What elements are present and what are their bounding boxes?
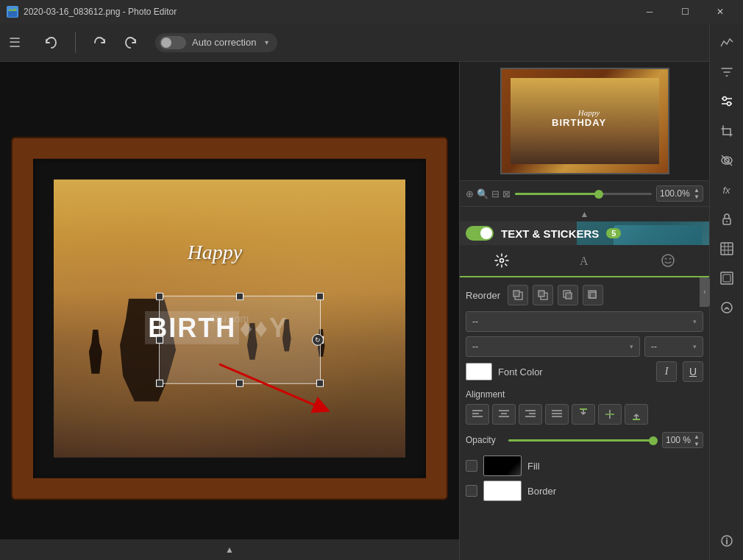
svg-text:A: A [580, 255, 589, 267]
redeye-icon[interactable] [714, 147, 740, 174]
side-expand-tab[interactable]: ‹ [700, 277, 710, 307]
handle-mid-left[interactable] [156, 336, 163, 344]
reorder-to-front[interactable] [508, 285, 528, 305]
align-justify-btn[interactable] [545, 404, 569, 425]
svg-rect-1 [8, 11, 17, 17]
lock-icon[interactable] [714, 206, 740, 233]
border-swatch[interactable] [483, 481, 522, 501]
autocorrect-arrow: ▾ [265, 38, 269, 46]
border-checkbox[interactable] [466, 485, 477, 497]
align-right-btn[interactable] [519, 404, 542, 425]
font-family-arrow: ▾ [693, 318, 697, 325]
canvas-bottom: ▲ [0, 539, 459, 560]
zoom-bar: ⊕ 🔍 ⊟ ⊠ 100.0% ▲ ▼ [460, 181, 709, 207]
opacity-label: Opacity [466, 435, 502, 445]
ai-icon[interactable] [714, 294, 740, 321]
zoom-grid-icon[interactable]: ⊟ [491, 188, 500, 199]
reorder-to-back[interactable] [583, 285, 603, 305]
zoom-down[interactable]: ▼ [694, 194, 700, 200]
font-color-row: Font Color I U [466, 361, 703, 382]
crop-icon[interactable] [714, 118, 740, 144]
texture-icon[interactable] [714, 235, 740, 262]
toolbar-separator [75, 32, 76, 53]
preview-area: Happy BIRTHDAY [460, 62, 709, 181]
zoom-fit-icon[interactable]: ⊕ [466, 188, 474, 199]
svg-rect-52 [723, 274, 730, 282]
handle-top-left[interactable] [156, 293, 163, 300]
canvas-area[interactable]: Happy BIRTH♦♦Y ©tu.com [0, 62, 459, 560]
zoom-select-icon[interactable]: ⊠ [502, 188, 511, 199]
info-icon[interactable] [714, 528, 740, 554]
effects-icon[interactable]: fx [714, 177, 740, 203]
preview-birthday: BIRTHDAY [552, 117, 606, 128]
opacity-slider-thumb[interactable] [649, 436, 658, 445]
preview-thumb: Happy BIRTHDAY [500, 68, 669, 174]
zoom-up[interactable]: ▲ [694, 188, 700, 194]
reorder-backward[interactable] [558, 285, 578, 305]
window-title: 2020-03-16_083612.png - Photo Editor [24, 7, 633, 17]
rotate-handle[interactable]: ↻ [312, 334, 324, 346]
align-center-btn[interactable] [492, 404, 516, 425]
redo-button[interactable] [118, 30, 143, 55]
undo-button[interactable] [38, 30, 63, 55]
svg-point-38 [722, 97, 726, 101]
handle-bot-right[interactable] [316, 380, 324, 387]
svg-rect-9 [538, 291, 544, 297]
hamburger-menu[interactable]: ☰ [9, 35, 21, 51]
handle-top-right[interactable] [316, 293, 324, 300]
handle-bot-left[interactable] [156, 380, 163, 387]
autocorrect-toggle[interactable]: Auto correction ▾ [155, 33, 277, 52]
window-controls[interactable]: ─ ☐ ✕ [633, 0, 737, 24]
maximize-button[interactable]: ☐ [668, 0, 702, 24]
svg-rect-51 [721, 272, 733, 284]
tab-text[interactable]: A [543, 245, 626, 277]
histogram-icon[interactable] [714, 29, 740, 56]
font-style-value: -- [472, 341, 478, 352]
filter-icon[interactable] [714, 59, 740, 85]
zoom-slider-thumb[interactable] [594, 190, 603, 199]
zoom-search-icon[interactable]: 🔍 [477, 188, 488, 199]
opacity-slider[interactable] [508, 439, 656, 442]
ts-badge: 5 [606, 228, 621, 238]
font-family-dropdown[interactable]: -- ▾ [466, 311, 703, 332]
zoom-value-box: 100.0% ▲ ▼ [656, 185, 703, 202]
font-style-dropdown[interactable]: -- ▾ [466, 336, 640, 357]
tab-stickers[interactable] [626, 245, 709, 277]
align-top-btn[interactable] [572, 404, 595, 425]
underline-button[interactable]: U [683, 361, 703, 382]
undo2-button[interactable] [88, 30, 113, 55]
fill-swatch[interactable] [483, 456, 522, 476]
zoom-slider[interactable] [515, 193, 652, 195]
close-button[interactable]: ✕ [703, 0, 737, 24]
minimize-button[interactable]: ─ [633, 0, 666, 24]
reorder-forward[interactable] [533, 285, 553, 305]
font-color-swatch[interactable] [466, 363, 492, 380]
font-size-arrow: ▾ [693, 343, 697, 350]
tune-icon[interactable] [714, 88, 740, 115]
toolbar: ☰ Auto correction ▾ [0, 24, 743, 62]
frame-icon[interactable] [714, 265, 740, 291]
text-selection[interactable]: ↻ [159, 296, 321, 384]
font-size-dropdown[interactable]: -- ▾ [644, 336, 703, 357]
handle-bot-mid[interactable] [236, 380, 243, 387]
font-size-value: -- [651, 341, 657, 352]
svg-rect-13 [590, 292, 596, 298]
align-vmiddle-btn[interactable] [598, 404, 622, 425]
zoom-arrows[interactable]: ▲ ▼ [694, 188, 700, 200]
tab-settings[interactable] [460, 245, 543, 277]
preview-thumb-inner: Happy BIRTHDAY [502, 69, 668, 173]
opacity-arrows[interactable]: ▲ ▼ [694, 433, 700, 447]
collapse-row[interactable]: ▲ [460, 207, 709, 221]
fill-checkbox[interactable] [466, 460, 477, 472]
svg-point-45 [726, 221, 728, 222]
opacity-up[interactable]: ▲ [694, 433, 700, 440]
handle-top-mid[interactable] [236, 293, 243, 300]
opacity-value-box: 100 % ▲ ▼ [662, 432, 703, 448]
italic-button[interactable]: I [656, 361, 677, 382]
canvas-scroll-down[interactable]: ▲ [225, 545, 234, 555]
font-style-row: -- ▾ -- ▾ [466, 336, 703, 357]
ts-toggle[interactable] [466, 226, 494, 241]
opacity-down[interactable]: ▼ [694, 441, 700, 447]
align-left-btn[interactable] [466, 404, 489, 425]
align-bottom-btn[interactable] [625, 404, 648, 425]
